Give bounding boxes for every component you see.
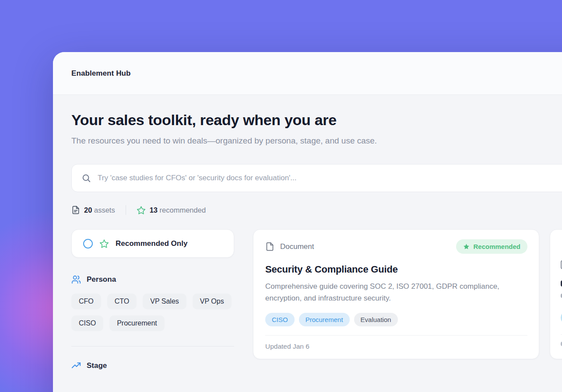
asset-title: Security & Compliance Guide [265,264,527,275]
asset-description: Comprehensive guide covering SOC 2, ISO … [265,280,504,304]
assets-count: 20 [84,206,92,214]
panel-header: Enablement Hub [53,52,562,95]
trending-up-icon [71,361,81,371]
asset-card-security-compliance-guide[interactable]: Document Recommended Security & Complian… [253,229,539,359]
tag-evaluation: Evaluation [354,313,398,326]
persona-section-title: Persona [87,275,116,284]
persona-chip-ciso[interactable]: CISO [71,315,103,331]
star-outline-icon [137,206,146,215]
recommended-only-label: Recommended Only [116,239,187,248]
sidebar-divider [71,346,234,346]
recommended-only-toggle[interactable]: Recommended Only [71,229,234,258]
filters-sidebar: Recommended Only Persona CFO [71,229,234,371]
app-title: Enablement Hub [71,69,131,78]
persona-chip-vp-ops[interactable]: VP Ops [193,294,232,309]
star-outline-icon [99,239,109,248]
card-divider [265,335,527,336]
asset-type: Document [265,242,314,251]
search-bar[interactable] [71,164,562,192]
stage-section-header: Stage [71,361,234,371]
stage-section-title: Stage [87,361,107,370]
page-title: Your sales toolkit, ready when you are [71,112,562,129]
persona-chip-cto[interactable]: CTO [107,294,137,309]
recommended-count-stat: 13 recommended [137,206,206,215]
asset-updated: Updated Jan 6 [265,343,527,350]
enablement-hub-panel: Enablement Hub Your sales toolkit, ready… [53,52,562,392]
file-icon [265,242,274,251]
persona-chip-list: CFO CTO VP Sales VP Ops CISO Procurement [71,294,234,331]
recommended-badge: Recommended [456,239,527,254]
asset-cards-row: Document Recommended Security & Complian… [253,229,562,359]
recommended-label: recommended [160,206,206,214]
users-icon [71,275,81,284]
toggle-circle-icon[interactable] [83,239,93,248]
search-icon [81,173,91,183]
asset-tag-list: CISO Procurement Evaluation [265,313,527,326]
search-input[interactable] [98,174,562,182]
recommended-count: 13 [150,206,158,214]
persona-chip-vp-sales[interactable]: VP Sales [143,294,186,309]
recommended-badge-label: Recommended [473,243,520,250]
assets-label: assets [94,206,115,214]
stats-row: 20 assets 13 recommended [71,205,562,215]
page-subtitle: The resources you need to win deals—orga… [71,133,436,148]
main-content: Your sales toolkit, ready when you are T… [53,112,562,371]
star-filled-icon [463,243,470,250]
file-text-icon [71,206,80,214]
persona-section-header: Persona [71,275,234,284]
asset-card-partial[interactable] [550,229,562,359]
asset-type-label: Document [280,242,314,251]
tag-ciso: CISO [265,313,295,326]
assets-count-stat: 20 assets [71,206,115,214]
tag-procurement: Procurement [299,313,350,326]
persona-chip-cfo[interactable]: CFO [71,294,101,309]
stats-divider [126,205,126,215]
persona-chip-procurement[interactable]: Procurement [109,315,165,331]
